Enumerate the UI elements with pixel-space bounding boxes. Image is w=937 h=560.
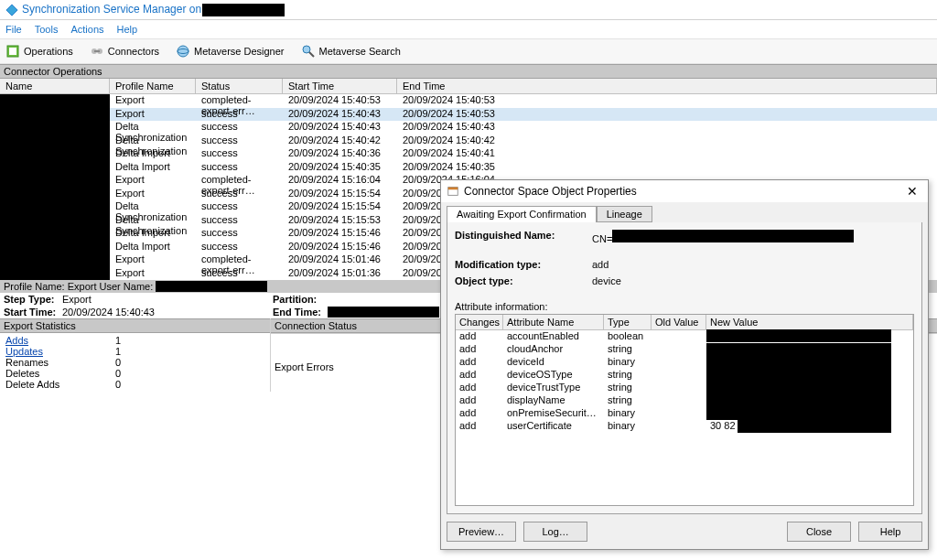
mvdesigner-icon (176, 44, 190, 59)
toolbar-metaverse-designer[interactable]: Metaverse Designer (176, 44, 284, 59)
dn-label: Distinguished Name: (455, 230, 592, 244)
toolbar-connectors[interactable]: Connectors (90, 44, 159, 59)
dialog-title: Connector Space Object Properties (464, 185, 902, 198)
export-statistics-pane: Export Statistics Adds1Updates1Renames0D… (0, 318, 270, 392)
dialog-close-button[interactable]: ✕ (902, 183, 922, 199)
stat-row[interactable]: Updates1 (5, 346, 264, 357)
col-profile[interactable]: Profile Name (110, 79, 196, 93)
tab-awaiting-export[interactable]: Awaiting Export Confirmation (447, 206, 597, 222)
col-name[interactable]: Name (0, 79, 110, 93)
col-attr-name[interactable]: Attribute Name (503, 315, 604, 329)
operation-row[interactable]: Delta Synchronizationsuccess20/09/2024 1… (110, 121, 937, 135)
attr-row[interactable]: addcloudAnchorstring (456, 343, 913, 356)
dialog-icon (447, 185, 459, 198)
attr-row[interactable]: addaccountEnabledboolean (456, 330, 913, 343)
attr-row[interactable]: adddeviceOSTypestring (456, 369, 913, 382)
stat-row[interactable]: Adds1 (5, 335, 264, 346)
col-old[interactable]: Old Value (652, 315, 706, 329)
col-changes[interactable]: Changes (456, 315, 503, 329)
svg-marker-0 (6, 4, 17, 15)
connectors-icon (90, 44, 104, 59)
toolbar-operations[interactable]: Operations (5, 44, 73, 59)
operation-row[interactable]: Exportsuccess20/09/2024 15:40:4320/09/20… (110, 108, 937, 122)
help-button[interactable]: Help (858, 522, 922, 542)
attr-row[interactable]: adddisplayNamestring (456, 394, 913, 407)
connector-space-object-dialog: Connector Space Object Properties ✕ Awai… (440, 179, 929, 550)
attribute-grid[interactable]: Changes Attribute Name Type Old Value Ne… (455, 314, 914, 506)
modtype-value: add (592, 259, 609, 270)
col-status[interactable]: Status (196, 79, 283, 93)
stat-row: Deletes0 (5, 368, 264, 379)
svg-point-8 (303, 46, 310, 53)
operation-row[interactable]: Delta Importsuccess20/09/2024 15:40:3620… (110, 147, 937, 161)
attr-info-label: Attribute information: (455, 301, 914, 312)
operation-row[interactable]: Exportcompleted-export-err…20/09/2024 15… (110, 94, 937, 108)
toolbar-metaverse-search[interactable]: Metaverse Search (301, 44, 401, 59)
attr-row[interactable]: addonPremiseSecurit…binary (456, 407, 913, 420)
window-title: Synchronization Service Manager on (22, 3, 285, 16)
operations-icon (5, 44, 20, 59)
tab-lineage[interactable]: Lineage (597, 206, 652, 222)
col-new[interactable]: New Value (706, 315, 913, 329)
connector-name-column-redacted (0, 94, 110, 280)
stat-row: Delete Adds0 (5, 379, 264, 390)
stats-header: Export Statistics (0, 318, 270, 333)
dialog-tabs: Awaiting Export Confirmation Lineage (441, 202, 928, 222)
col-type[interactable]: Type (604, 315, 652, 329)
svg-rect-2 (9, 48, 16, 55)
preview-button[interactable]: Preview… (447, 522, 516, 542)
toolbar: Operations Connectors Metaverse Designer… (0, 38, 937, 64)
modtype-label: Modification type: (455, 259, 592, 270)
window-titlebar: Synchronization Service Manager on (0, 0, 937, 20)
objtype-label: Object type: (455, 275, 592, 286)
operations-grid-header: Name Profile Name Status Start Time End … (0, 79, 937, 94)
menu-tools[interactable]: Tools (35, 24, 59, 35)
section-connector-operations: Connector Operations (0, 64, 937, 79)
attr-row[interactable]: adddeviceTrustTypestring (456, 382, 913, 394)
col-start[interactable]: Start Time (283, 79, 397, 93)
attr-row[interactable]: adduserCertificatebinary30 82 (456, 420, 913, 433)
operation-row[interactable]: Delta Synchronizationsuccess20/09/2024 1… (110, 135, 937, 148)
mvsearch-icon (301, 44, 316, 59)
menu-file[interactable]: File (5, 24, 22, 35)
svg-rect-5 (94, 50, 100, 52)
svg-line-9 (309, 52, 314, 57)
menu-help[interactable]: Help (117, 24, 138, 35)
close-button[interactable]: Close (787, 522, 851, 542)
col-end[interactable]: End Time (397, 79, 937, 93)
svg-point-6 (178, 46, 188, 57)
objtype-value: device (592, 275, 621, 286)
log-button[interactable]: Log… (523, 522, 587, 542)
attr-row[interactable]: adddeviceIdbinary (456, 356, 913, 369)
dn-value: CN= (592, 230, 854, 244)
app-icon (5, 4, 18, 16)
stat-row: Renames0 (5, 357, 264, 368)
svg-rect-11 (448, 188, 458, 190)
menubar: File Tools Actions Help (0, 20, 937, 38)
operation-row[interactable]: Delta Importsuccess20/09/2024 15:40:3520… (110, 161, 937, 175)
menu-actions[interactable]: Actions (70, 24, 103, 35)
